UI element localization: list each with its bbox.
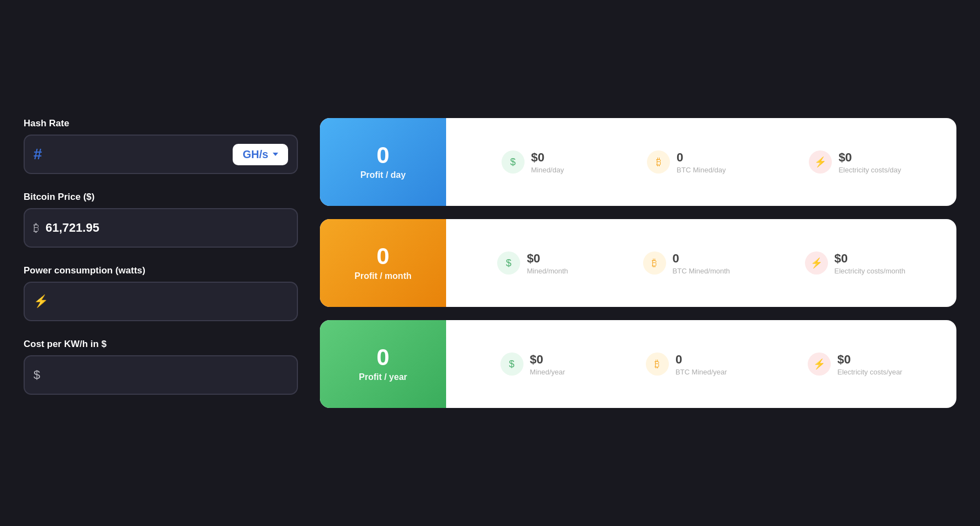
profit-card-day: 0Profit / day$$0Mined/day₿0BTC Mined/day… bbox=[320, 118, 956, 206]
hash-rate-group: Hash Rate # GH/s bbox=[24, 118, 298, 174]
lightning-icon: ⚡ bbox=[33, 294, 48, 309]
profit-card-right-year: $$0Mined/year₿0BTC Mined/year⚡$0Electric… bbox=[446, 320, 956, 408]
stat-text-month-2: $0Electricity costs/month bbox=[835, 251, 905, 275]
stat-text-day-0: $0Mined/day bbox=[531, 150, 564, 174]
bitcoin-price-label: Bitcoin Price ($) bbox=[24, 192, 298, 203]
hash-rate-unit-selector[interactable]: GH/s bbox=[233, 144, 288, 165]
stat-amount-month-0: $0 bbox=[527, 251, 568, 266]
stat-sub-month-0: Mined/month bbox=[527, 267, 568, 275]
stat-text-month-0: $0Mined/month bbox=[527, 251, 568, 275]
stat-text-year-2: $0Electricity costs/year bbox=[837, 352, 902, 376]
profit-card-year: 0Profit / year$$0Mined/year₿0BTC Mined/y… bbox=[320, 320, 956, 408]
profit-value-month: 0 bbox=[376, 245, 389, 268]
stat-icon-month-1: ₿ bbox=[643, 251, 666, 275]
stat-sub-year-2: Electricity costs/year bbox=[837, 368, 902, 376]
profit-value-day: 0 bbox=[376, 144, 389, 167]
stat-icon-day-0: $ bbox=[502, 150, 525, 174]
cost-kwh-input[interactable] bbox=[47, 369, 288, 382]
profit-label-day: Profit / day bbox=[361, 170, 406, 180]
cost-kwh-label: Cost per KW/h in $ bbox=[24, 339, 298, 350]
stat-sub-day-0: Mined/day bbox=[531, 166, 564, 174]
hash-rate-label: Hash Rate bbox=[24, 118, 298, 129]
stat-amount-year-1: 0 bbox=[675, 352, 727, 367]
stat-amount-day-1: 0 bbox=[677, 150, 726, 165]
hash-rate-input-wrapper: # GH/s bbox=[24, 135, 298, 174]
power-consumption-group: Power consumption (watts) ⚡ bbox=[24, 265, 298, 321]
stat-amount-year-0: $0 bbox=[530, 352, 565, 367]
stat-item-year-2: ⚡$0Electricity costs/year bbox=[808, 352, 902, 376]
main-container: Hash Rate # GH/s Bitcoin Price ($) ₿ 61,… bbox=[24, 118, 956, 408]
stat-icon-year-2: ⚡ bbox=[808, 352, 831, 376]
stat-amount-day-0: $0 bbox=[531, 150, 564, 165]
profit-card-right-month: $$0Mined/month₿0BTC Mined/month⚡$0Electr… bbox=[446, 219, 956, 307]
stat-item-year-1: ₿0BTC Mined/year bbox=[646, 352, 727, 376]
stat-text-day-1: 0BTC Mined/day bbox=[677, 150, 726, 174]
stat-amount-month-2: $0 bbox=[835, 251, 905, 266]
profit-label-month: Profit / month bbox=[354, 271, 412, 281]
stat-item-day-2: ⚡$0Electricity costs/day bbox=[809, 150, 901, 174]
right-panel: 0Profit / day$$0Mined/day₿0BTC Mined/day… bbox=[320, 118, 956, 408]
power-consumption-input-wrapper: ⚡ bbox=[24, 282, 298, 321]
hash-rate-input[interactable] bbox=[49, 147, 227, 161]
stat-item-month-0: $$0Mined/month bbox=[497, 251, 568, 275]
bitcoin-price-input-wrapper: ₿ 61,721.95 bbox=[24, 208, 298, 248]
stat-item-month-1: ₿0BTC Mined/month bbox=[643, 251, 730, 275]
stat-sub-day-2: Electricity costs/day bbox=[838, 166, 901, 174]
stat-item-day-0: $$0Mined/day bbox=[502, 150, 564, 174]
stat-amount-month-1: 0 bbox=[673, 251, 730, 266]
profit-value-year: 0 bbox=[376, 346, 389, 369]
stat-icon-year-0: $ bbox=[500, 352, 523, 376]
btc-icon: ₿ bbox=[33, 222, 39, 234]
stat-sub-year-0: Mined/year bbox=[530, 368, 565, 376]
stat-item-year-0: $$0Mined/year bbox=[500, 352, 565, 376]
stat-sub-month-1: BTC Mined/month bbox=[673, 267, 730, 275]
profit-card-left-year: 0Profit / year bbox=[320, 320, 446, 408]
cost-kwh-group: Cost per KW/h in $ $ bbox=[24, 339, 298, 395]
stat-icon-day-2: ⚡ bbox=[809, 150, 832, 174]
stat-sub-day-1: BTC Mined/day bbox=[677, 166, 726, 174]
power-consumption-input[interactable] bbox=[55, 295, 288, 308]
stat-icon-year-1: ₿ bbox=[646, 352, 669, 376]
stat-amount-day-2: $0 bbox=[838, 150, 901, 165]
stat-icon-month-2: ⚡ bbox=[805, 251, 828, 275]
profit-card-month: 0Profit / month$$0Mined/month₿0BTC Mined… bbox=[320, 219, 956, 307]
chevron-down-icon bbox=[273, 153, 278, 156]
stat-sub-year-1: BTC Mined/year bbox=[675, 368, 727, 376]
hash-symbol-icon: # bbox=[33, 146, 42, 163]
stat-sub-month-2: Electricity costs/month bbox=[835, 267, 905, 275]
stat-text-year-0: $0Mined/year bbox=[530, 352, 565, 376]
stat-icon-day-1: ₿ bbox=[647, 150, 670, 174]
stat-text-year-1: 0BTC Mined/year bbox=[675, 352, 727, 376]
unit-label: GH/s bbox=[243, 148, 268, 161]
dollar-icon: $ bbox=[33, 368, 40, 382]
left-panel: Hash Rate # GH/s Bitcoin Price ($) ₿ 61,… bbox=[24, 118, 298, 408]
stat-amount-year-2: $0 bbox=[837, 352, 902, 367]
cost-kwh-input-wrapper: $ bbox=[24, 355, 298, 395]
bitcoin-price-value: 61,721.95 bbox=[46, 221, 99, 235]
stat-text-day-2: $0Electricity costs/day bbox=[838, 150, 901, 174]
stat-icon-month-0: $ bbox=[497, 251, 520, 275]
profit-card-right-day: $$0Mined/day₿0BTC Mined/day⚡$0Electricit… bbox=[446, 118, 956, 206]
profit-label-year: Profit / year bbox=[359, 372, 407, 382]
profit-card-left-day: 0Profit / day bbox=[320, 118, 446, 206]
stat-item-month-2: ⚡$0Electricity costs/month bbox=[805, 251, 905, 275]
power-consumption-label: Power consumption (watts) bbox=[24, 265, 298, 276]
stat-item-day-1: ₿0BTC Mined/day bbox=[647, 150, 726, 174]
stat-text-month-1: 0BTC Mined/month bbox=[673, 251, 730, 275]
profit-card-left-month: 0Profit / month bbox=[320, 219, 446, 307]
bitcoin-price-group: Bitcoin Price ($) ₿ 61,721.95 bbox=[24, 192, 298, 248]
